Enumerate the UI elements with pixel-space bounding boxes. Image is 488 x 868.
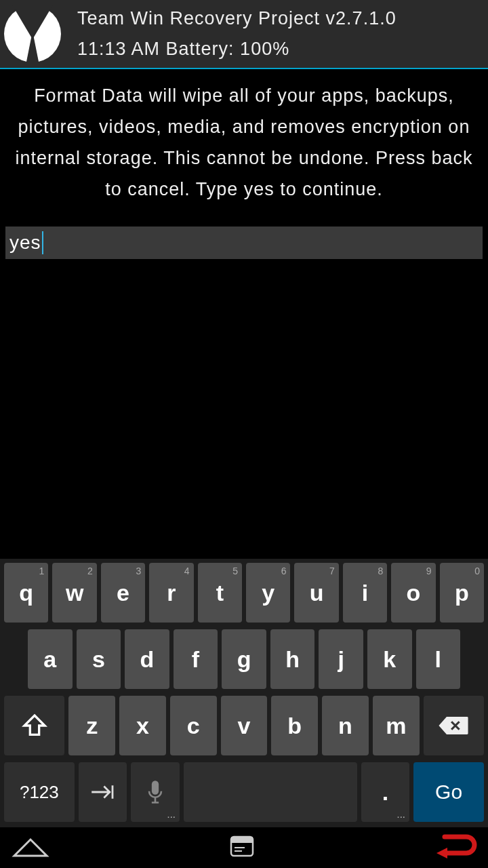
key-label: r [167, 580, 176, 606]
header: Team Win Recovery Project v2.7.1.0 11:13… [0, 0, 488, 69]
header-text: Team Win Recovery Project v2.7.1.0 11:13… [77, 8, 396, 60]
key-label: u [310, 580, 324, 606]
key-y[interactable]: y6 [246, 563, 290, 623]
key-label: k [383, 646, 396, 673]
keyboard-row-4: ?123 ... . ... Go [2, 762, 486, 822]
key-label: e [117, 580, 129, 606]
keyboard-row-2: asdfghjkl [2, 629, 486, 689]
key-d[interactable]: d [125, 629, 169, 689]
key-label: x [136, 713, 149, 739]
key-z[interactable]: z [68, 696, 115, 755]
key-i[interactable]: i8 [343, 563, 387, 623]
key-label: z [86, 713, 98, 739]
key-label: w [66, 580, 83, 606]
key-go[interactable]: Go [413, 762, 484, 822]
key-n[interactable]: n [322, 696, 369, 755]
nav-home-button[interactable] [9, 833, 52, 863]
key-label: c [187, 713, 200, 739]
key-label: b [287, 713, 302, 739]
key-label: o [407, 580, 421, 606]
key-voice-dots: ... [167, 811, 176, 819]
nav-bar [0, 827, 488, 868]
key-alt-num: 9 [426, 566, 432, 576]
key-alt-num: 5 [232, 566, 238, 576]
keyboard-row-3: zxcvbnm [2, 696, 486, 755]
key-w[interactable]: w2 [52, 563, 96, 623]
svg-rect-2 [231, 837, 253, 843]
key-alt-num: 2 [87, 566, 93, 576]
key-label: a [43, 646, 56, 673]
key-label: y [262, 580, 274, 606]
key-alt-num: 1 [39, 566, 45, 576]
key-label: s [92, 646, 105, 673]
key-tab[interactable] [79, 762, 127, 822]
key-alt-num: 3 [136, 566, 141, 576]
confirm-input-wrap: yes [5, 226, 483, 259]
key-p[interactable]: p0 [440, 563, 484, 623]
key-e[interactable]: e3 [101, 563, 145, 623]
key-t[interactable]: t5 [198, 563, 242, 623]
confirm-input-value: yes [9, 232, 41, 254]
key-period-dots: ... [397, 811, 405, 819]
key-k[interactable]: k [367, 629, 412, 689]
key-b[interactable]: b [271, 696, 318, 755]
nav-log-button[interactable] [227, 833, 257, 863]
key-v[interactable]: v [221, 696, 268, 755]
onscreen-keyboard: q1w2e3r4t5y6u7i8o9p0 asdfghjkl zxcvbnm ?… [0, 559, 488, 827]
key-r[interactable]: r4 [149, 563, 193, 623]
status-bar: 11:13 AM Battery: 100% [77, 39, 396, 60]
key-symbols[interactable]: ?123 [4, 762, 75, 822]
key-period-label: . [382, 779, 388, 806]
key-label: f [192, 646, 199, 673]
text-cursor [42, 231, 43, 254]
key-go-label: Go [435, 781, 462, 804]
key-alt-num: 4 [184, 566, 190, 576]
key-space[interactable] [184, 762, 357, 822]
key-o[interactable]: o9 [391, 563, 435, 623]
key-label: v [238, 713, 251, 739]
key-symbols-label: ?123 [20, 782, 59, 803]
key-q[interactable]: q1 [4, 563, 48, 623]
svg-rect-0 [152, 781, 159, 795]
keyboard-row-1: q1w2e3r4t5y6u7i8o9p0 [2, 563, 486, 623]
key-label: n [338, 713, 352, 739]
key-voice[interactable]: ... [131, 762, 180, 822]
key-alt-num: 6 [281, 566, 287, 576]
key-alt-num: 8 [378, 566, 383, 576]
key-label: q [19, 580, 33, 606]
key-alt-num: 0 [474, 566, 480, 576]
key-label: l [435, 646, 441, 673]
key-shift[interactable] [4, 696, 64, 755]
key-x[interactable]: x [119, 696, 166, 755]
key-m[interactable]: m [373, 696, 420, 755]
key-label: j [338, 646, 344, 673]
format-warning-text: Format Data will wipe all of your apps, … [0, 69, 488, 218]
key-label: g [237, 646, 251, 673]
key-label: t [216, 580, 224, 606]
key-s[interactable]: s [77, 629, 121, 689]
key-j[interactable]: j [319, 629, 363, 689]
app-title: Team Win Recovery Project v2.7.1.0 [77, 8, 396, 29]
key-label: i [362, 580, 368, 606]
key-label: m [386, 713, 406, 739]
key-label: d [140, 646, 155, 673]
nav-back-button[interactable] [432, 833, 479, 863]
key-alt-num: 7 [329, 566, 335, 576]
confirm-input[interactable]: yes [5, 226, 483, 259]
twrp-logo-icon [4, 5, 61, 62]
key-backspace[interactable] [424, 696, 484, 755]
key-label: h [285, 646, 300, 673]
key-u[interactable]: u7 [294, 563, 338, 623]
key-g[interactable]: g [222, 629, 266, 689]
key-f[interactable]: f [174, 629, 218, 689]
key-period[interactable]: . ... [361, 762, 410, 822]
key-l[interactable]: l [416, 629, 461, 689]
key-label: p [455, 580, 469, 606]
key-h[interactable]: h [270, 629, 315, 689]
key-a[interactable]: a [28, 629, 73, 689]
key-c[interactable]: c [170, 696, 217, 755]
